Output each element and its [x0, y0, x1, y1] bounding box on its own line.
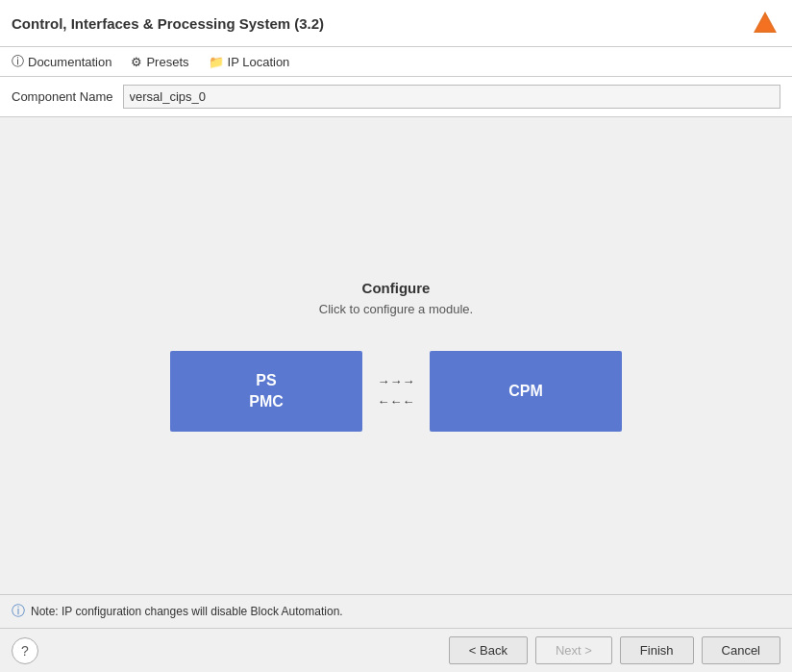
ps-pmc-module[interactable]: PS PMC — [170, 351, 362, 432]
component-name-label: Component Name — [12, 89, 113, 104]
nav-presets[interactable]: ⚙ Presets — [131, 55, 188, 69]
ps-pmc-label-line2: PMC — [249, 391, 284, 412]
title-bar: Control, Interfaces & Processing System … — [0, 0, 792, 47]
gear-icon: ⚙ — [131, 55, 142, 69]
main-content: Configure Click to configure a module. P… — [0, 117, 792, 594]
info-icon: ⓘ — [12, 53, 24, 70]
cpm-label: CPM — [508, 381, 543, 402]
info-circle-icon: ⓘ — [12, 603, 25, 620]
app-logo — [750, 8, 780, 38]
nav-documentation[interactable]: ⓘ Documentation — [12, 53, 111, 70]
nav-buttons: < Back Next > Finish Cancel — [449, 636, 780, 664]
arrows-area: →→→ ←←← — [362, 374, 430, 409]
ps-pmc-label-line1: PS — [249, 370, 284, 391]
component-name-row: Component Name — [0, 77, 792, 117]
help-button[interactable]: ? — [12, 637, 38, 664]
info-bar: ⓘ Note: IP configuration changes will di… — [0, 594, 792, 628]
nav-ip-location[interactable]: 📁 IP Location — [209, 55, 290, 69]
configure-title: Configure — [362, 280, 431, 296]
nav-bar: ⓘ Documentation ⚙ Presets 📁 IP Location — [0, 47, 792, 77]
back-button[interactable]: < Back — [449, 636, 528, 664]
folder-icon: 📁 — [209, 55, 224, 69]
cpm-module[interactable]: CPM — [430, 351, 622, 432]
configure-subtitle: Click to configure a module. — [319, 302, 473, 316]
arrow-left: ←←← — [378, 394, 415, 409]
finish-button[interactable]: Finish — [620, 636, 694, 664]
cancel-button[interactable]: Cancel — [702, 636, 780, 664]
nav-ip-location-label: IP Location — [228, 55, 290, 69]
next-button[interactable]: Next > — [535, 636, 612, 664]
nav-presets-label: Presets — [146, 55, 188, 69]
component-name-input[interactable] — [123, 85, 781, 109]
module-diagram: PS PMC →→→ ←←← CPM — [170, 351, 622, 432]
info-message: Note: IP configuration changes will disa… — [31, 605, 343, 618]
nav-documentation-label: Documentation — [28, 55, 111, 69]
arrow-right: →→→ — [378, 374, 415, 388]
window-title: Control, Interfaces & Processing System … — [12, 15, 324, 32]
button-row: ? < Back Next > Finish Cancel — [0, 628, 792, 672]
